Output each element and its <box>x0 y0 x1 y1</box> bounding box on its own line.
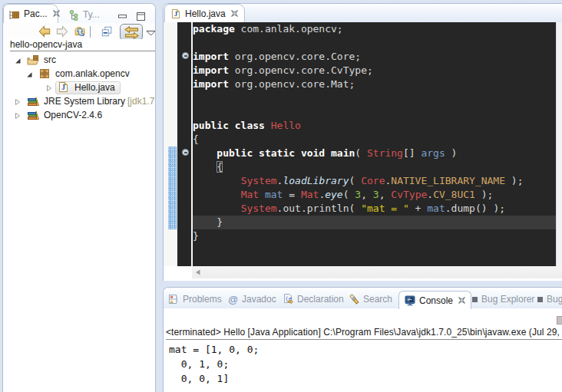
code-token: .out.println( <box>277 203 362 214</box>
code-token <box>193 175 241 186</box>
code-line[interactable]: { <box>193 160 556 174</box>
minimize-icon[interactable] <box>118 10 127 24</box>
console-output[interactable]: mat = [1, 0, 0; 0, 1, 0; 0, 0, 1] <box>169 342 562 392</box>
tree-item-label: Hello.java <box>74 82 115 93</box>
svg-text:J: J <box>174 10 178 18</box>
code-token: com.anlak.opencv; <box>235 23 343 35</box>
overview-ruler[interactable] <box>556 22 562 266</box>
code-line[interactable]: } <box>193 216 556 229</box>
code-line[interactable] <box>193 36 556 50</box>
close-icon[interactable] <box>52 7 61 21</box>
collapsed-arrow-icon[interactable] <box>14 97 21 105</box>
library-icon <box>27 96 39 107</box>
code-line[interactable]: Mat mat = Mat.eye( 3, 3, CvType.CV_8UC1 … <box>193 188 556 202</box>
tree-item-hello-java[interactable]: J Hello.java <box>3 81 155 94</box>
tab-label: Pac... <box>24 8 48 19</box>
code-area[interactable]: package com.anlak.opencv;import org.open… <box>193 22 556 266</box>
maximize-icon[interactable] <box>137 10 145 24</box>
code-token: Mat <box>301 189 319 200</box>
method-range-indicator <box>168 147 177 229</box>
code-line[interactable]: import org.opencv.core.CvType; <box>193 64 556 77</box>
console-output-line: 0, 0, 1] <box>169 371 562 386</box>
console-view: Problems @ Javadoc (e Declaration Search… <box>163 287 562 392</box>
code-token: NATIVE_LIBRARY_NAME <box>391 175 505 186</box>
code-token: loadLibrary <box>283 175 349 186</box>
tab-label: Ty... <box>83 9 100 20</box>
close-icon[interactable] <box>230 7 239 21</box>
code-token: , <box>361 189 373 200</box>
forward-icon[interactable] <box>56 25 68 38</box>
fold-collapse-icon[interactable] <box>182 52 189 59</box>
tab-problems[interactable]: Problems <box>168 293 222 305</box>
code-token: ( <box>343 189 355 200</box>
code-token: = <box>283 189 300 200</box>
javadoc-icon: @ <box>228 294 238 305</box>
code-line[interactable] <box>193 91 556 105</box>
code-token: ( <box>355 147 367 159</box>
code-line[interactable]: import org.opencv.core.Core; <box>193 50 556 64</box>
selected-row-highlight[interactable]: J Hello.java <box>55 81 121 94</box>
code-token: args <box>421 147 445 159</box>
toolbar-separator <box>90 26 91 38</box>
code-line[interactable]: System.out.println( "mat = " + mat.dump(… <box>193 202 556 216</box>
editor-area: J Hello.java package com.anlak.opencv;im… <box>163 3 562 281</box>
package-icon <box>38 68 51 80</box>
bug-explorer-icon <box>472 297 478 302</box>
code-token: Hello <box>271 120 301 131</box>
ruler-divider <box>191 22 193 266</box>
tab-bug[interactable]: Bug <box>537 293 562 305</box>
tab-search[interactable]: Search <box>349 293 392 305</box>
tree-item-opencv[interactable]: OpenCV-2.4.6 <box>3 108 155 122</box>
package-explorer-tabbar: Pac... Ty... <box>3 4 155 23</box>
editor-tab-hello-java[interactable]: J Hello.java <box>164 4 245 22</box>
view-menu-icon[interactable] <box>146 30 156 36</box>
expanded-arrow-icon[interactable] <box>14 56 21 64</box>
bug-icon <box>537 297 543 302</box>
console-output-line: 0, 1, 0; <box>169 357 562 371</box>
tab-console[interactable]: Console <box>398 291 471 309</box>
tab-package-explorer[interactable]: Pac... <box>3 4 58 23</box>
code-line[interactable]: import org.opencv.core.Mat; <box>193 77 556 91</box>
tree-item-src[interactable]: src <box>3 53 155 67</box>
console-toolbar-icon[interactable] <box>557 316 562 324</box>
folding-ruler[interactable] <box>177 22 191 266</box>
tab-type-hierarchy[interactable]: Ty... <box>69 8 100 21</box>
editor-horizontal-scrollbar[interactable] <box>192 266 562 278</box>
tree-item-label: OpenCV-2.4.6 <box>44 110 102 120</box>
tab-javadoc[interactable]: @ Javadoc <box>228 293 276 305</box>
annotation-ruler[interactable] <box>164 22 177 266</box>
tab-bug-explorer[interactable]: Bug Explorer <box>472 293 534 305</box>
up-icon[interactable] <box>74 25 87 38</box>
close-icon[interactable] <box>458 294 466 308</box>
code-token: + <box>409 203 427 214</box>
collapsed-arrow-icon[interactable] <box>14 111 21 119</box>
code-line[interactable]: System.loadLibrary( Core.NATIVE_LIBRARY_… <box>193 174 556 188</box>
tree-item-package[interactable]: com.anlak.opencv <box>3 67 155 81</box>
back-icon[interactable] <box>38 25 51 38</box>
expanded-arrow-icon[interactable] <box>25 70 33 77</box>
tree-item-jre[interactable]: JRE System Library [jdk1.7.0_25] <box>3 94 155 108</box>
code-token: String <box>367 147 403 159</box>
link-with-editor-button[interactable] <box>120 24 143 41</box>
code-line[interactable] <box>193 105 556 119</box>
scroll-left-icon[interactable] <box>195 269 201 275</box>
collapse-all-icon[interactable] <box>101 25 114 38</box>
code-token: { <box>217 161 223 173</box>
code-line[interactable]: } <box>193 229 556 243</box>
code-token: CV_8UC1 <box>433 189 475 200</box>
code-line[interactable]: package com.anlak.opencv; <box>193 22 556 36</box>
code-token: org.opencv.core.CvType; <box>229 64 373 76</box>
code-token: Core <box>361 175 385 186</box>
editor-tab-label: Hello.java <box>185 8 226 19</box>
project-label[interactable]: hello-opencv-java <box>10 39 82 50</box>
code-token: ( <box>349 175 362 186</box>
code-token: ); <box>505 175 523 186</box>
code-line[interactable]: public class Hello <box>193 119 556 133</box>
tab-label: Console <box>419 295 453 306</box>
tab-declaration[interactable]: (e Declaration <box>283 293 344 305</box>
fold-collapse-icon[interactable] <box>182 149 189 156</box>
code-line[interactable]: { <box>193 133 556 147</box>
code-token: package <box>193 23 235 35</box>
collapsed-arrow-icon[interactable] <box>45 84 53 91</box>
code-line[interactable]: public static void main( String[] args ) <box>193 147 556 160</box>
